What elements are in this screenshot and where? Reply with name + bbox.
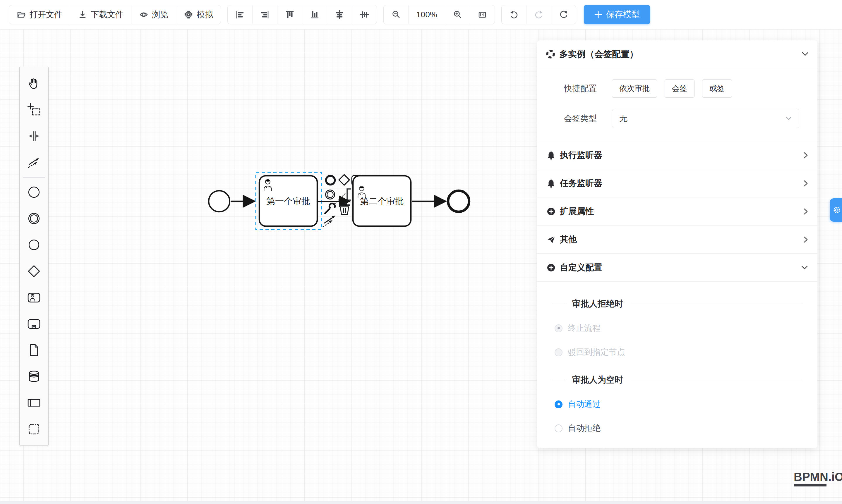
create-data-object[interactable] bbox=[20, 337, 48, 363]
zoom-tool-group: 100% bbox=[383, 5, 495, 24]
create-start-event[interactable] bbox=[20, 179, 48, 205]
panel-title: 多实例（会签配置） bbox=[559, 48, 802, 60]
section-label: 自定义配置 bbox=[560, 262, 801, 273]
reject-title: 审批人拒绝时 bbox=[572, 298, 623, 310]
align-middle-vertical-button[interactable] bbox=[352, 5, 377, 24]
section-custom-config[interactable]: 自定义配置 bbox=[537, 254, 818, 282]
multi-instance-icon bbox=[546, 50, 555, 59]
hand-tool[interactable] bbox=[20, 70, 48, 96]
group-icon bbox=[27, 422, 41, 436]
zoom-in-icon bbox=[453, 10, 462, 19]
open-file-button[interactable]: 打开文件 bbox=[9, 5, 70, 24]
radio-checked bbox=[555, 400, 562, 408]
section-other[interactable]: 其他 bbox=[537, 226, 818, 254]
zoom-out-button[interactable] bbox=[384, 5, 408, 24]
restart-button[interactable] bbox=[551, 5, 576, 24]
radio-label: 自动拒绝 bbox=[568, 423, 600, 434]
download-file-button[interactable]: 下载文件 bbox=[70, 5, 131, 24]
append-intermediate-event-icon[interactable] bbox=[326, 190, 335, 199]
panel-header[interactable]: 多实例（会签配置） bbox=[537, 40, 818, 68]
chevron-right-icon bbox=[803, 180, 808, 187]
chevron-right-icon bbox=[803, 236, 808, 243]
align-right-button[interactable] bbox=[252, 5, 278, 24]
sign-type-value: 无 bbox=[619, 113, 786, 124]
quick-option-countersign[interactable]: 会签 bbox=[665, 79, 695, 98]
radio-terminate-process[interactable]: 终止流程 bbox=[555, 323, 818, 334]
zoom-in-button[interactable] bbox=[445, 5, 470, 24]
quick-option-orsign[interactable]: 或签 bbox=[702, 79, 732, 98]
create-data-store[interactable] bbox=[20, 363, 48, 390]
redo-icon bbox=[534, 10, 543, 19]
section-execution-listener[interactable]: 执行监听器 bbox=[537, 141, 818, 169]
radio-assign-member[interactable]: 指定成员审批 bbox=[555, 447, 818, 448]
align-left-button[interactable] bbox=[228, 5, 252, 24]
radio-label: 终止流程 bbox=[568, 323, 600, 334]
zoom-level[interactable]: 100% bbox=[408, 5, 445, 24]
radio-unchecked bbox=[555, 425, 562, 432]
section-task-listener[interactable]: 任务监听器 bbox=[537, 169, 818, 197]
align-bottom-button[interactable] bbox=[302, 5, 327, 24]
space-tool[interactable] bbox=[20, 123, 48, 149]
settings-tab[interactable] bbox=[830, 198, 842, 222]
user-task-1[interactable]: 第一个审批 bbox=[259, 176, 317, 226]
radio-return-to-node[interactable]: 驳回到指定节点 bbox=[555, 347, 818, 358]
redo-button[interactable] bbox=[527, 5, 551, 24]
panel-sections: 执行监听器 任务监听器 扩展属性 bbox=[537, 141, 818, 282]
radio-auto-pass[interactable]: 自动通过 bbox=[555, 399, 818, 410]
download-icon bbox=[78, 10, 87, 19]
quick-option-sequential[interactable]: 依次审批 bbox=[612, 79, 657, 98]
zoom-out-icon bbox=[391, 10, 401, 19]
align-left-icon bbox=[235, 10, 245, 19]
preview-label: 浏览 bbox=[152, 9, 168, 20]
create-user-task[interactable] bbox=[20, 284, 48, 311]
chevron-down-icon bbox=[786, 116, 792, 121]
section-label: 任务监听器 bbox=[560, 178, 803, 189]
download-file-label: 下载文件 bbox=[91, 9, 123, 20]
quick-config-row: 快捷配置 依次审批 会签 或签 bbox=[537, 79, 818, 98]
append-text-annotation-icon[interactable] bbox=[347, 189, 351, 200]
quick-config-label: 快捷配置 bbox=[564, 83, 599, 94]
file-tool-group: 打开文件 下载文件 浏览 模拟 bbox=[9, 5, 221, 24]
pool-icon bbox=[27, 396, 41, 410]
simulate-button[interactable]: 模拟 bbox=[176, 5, 221, 24]
chevron-down-icon bbox=[801, 265, 808, 270]
section-extended-properties[interactable]: 扩展属性 bbox=[537, 197, 818, 226]
toolbar: 打开文件 下载文件 浏览 模拟 bbox=[0, 0, 842, 29]
create-subprocess[interactable] bbox=[20, 311, 48, 337]
bpmn-io-logo[interactable]: BPMN.iO bbox=[794, 470, 842, 486]
sign-type-select[interactable]: 无 bbox=[612, 109, 799, 128]
create-pool[interactable] bbox=[20, 390, 48, 416]
data-object-icon bbox=[27, 343, 41, 357]
section-label: 执行监听器 bbox=[560, 149, 803, 161]
empty-title-row: 审批人为空时 bbox=[552, 374, 803, 386]
folder-open-icon bbox=[17, 10, 26, 19]
bpmn-io-logo-text: BPMN.iO bbox=[794, 470, 842, 484]
align-center-horizontal-button[interactable] bbox=[327, 5, 352, 24]
radio-label: 自动通过 bbox=[568, 399, 600, 410]
gateway-icon bbox=[27, 265, 41, 278]
create-intermediate-event[interactable] bbox=[20, 205, 48, 232]
create-group[interactable] bbox=[20, 416, 48, 442]
fit-viewport-button[interactable] bbox=[470, 5, 495, 24]
undo-icon bbox=[509, 10, 519, 19]
eye-icon bbox=[139, 10, 148, 19]
gear-icon bbox=[830, 202, 842, 218]
create-gateway[interactable] bbox=[20, 258, 48, 284]
save-model-button[interactable]: 保存模型 bbox=[584, 5, 650, 24]
align-top-button[interactable] bbox=[278, 5, 302, 24]
connection-icon bbox=[27, 156, 41, 169]
create-end-event[interactable] bbox=[20, 232, 48, 258]
sign-type-label: 会签类型 bbox=[564, 113, 599, 124]
lasso-tool[interactable] bbox=[20, 96, 48, 123]
append-end-event-icon[interactable] bbox=[326, 176, 335, 184]
undo-button[interactable] bbox=[502, 5, 527, 24]
send-icon bbox=[546, 235, 556, 244]
radio-auto-reject[interactable]: 自动拒绝 bbox=[555, 423, 818, 434]
start-event[interactable] bbox=[209, 191, 230, 212]
chevron-down-icon[interactable] bbox=[802, 52, 809, 56]
intermediate-event-icon bbox=[27, 212, 41, 225]
preview-button[interactable]: 浏览 bbox=[131, 5, 176, 24]
user-task-2[interactable]: 第二个审批 bbox=[353, 176, 411, 226]
connection-tool[interactable] bbox=[20, 149, 48, 176]
end-event[interactable] bbox=[448, 191, 469, 212]
